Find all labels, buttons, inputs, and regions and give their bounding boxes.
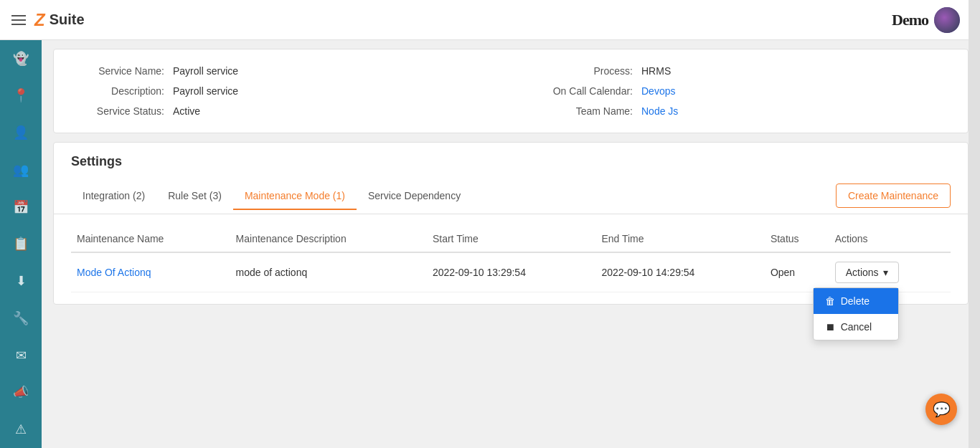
delete-icon: 🗑	[825, 295, 835, 307]
row-end-time: 2022-09-10 14:29:54	[595, 252, 764, 292]
col-header-actions: Actions	[829, 226, 951, 252]
demo-badge: Demo	[892, 11, 928, 29]
settings-header: Settings	[54, 143, 968, 169]
service-name-value: Payroll service	[173, 65, 238, 77]
topbar: Z Suite Demo	[0, 0, 969, 40]
row-status: Open	[765, 252, 829, 292]
scrollbar[interactable]	[969, 0, 980, 448]
col-header-end-time: End Time	[595, 226, 764, 252]
chat-bubble[interactable]: 💬	[925, 394, 957, 425]
col-header-name: Maintenance Name	[71, 226, 230, 252]
cancel-icon: ⏹	[825, 321, 835, 333]
tab-integration[interactable]: Integration (2)	[71, 183, 156, 210]
sidebar-icon-mail[interactable]: ✉	[0, 337, 42, 374]
row-actions: Actions ▾ 🗑 Delete	[829, 252, 951, 292]
maintenance-table-container: Maintenance Name Maintenance Description…	[54, 214, 968, 304]
table-header-row: Maintenance Name Maintenance Description…	[71, 226, 951, 252]
delete-action[interactable]: 🗑 Delete	[814, 288, 898, 314]
sidebar-icon-user[interactable]: 👤	[0, 114, 42, 151]
sidebar-icon-download[interactable]: ⬇	[0, 262, 42, 300]
app-logo: Z Suite	[34, 10, 85, 30]
service-status-field: Service Status: Active	[71, 101, 511, 121]
description-value: Payroll service	[173, 85, 238, 97]
sidebar-icon-warning[interactable]: ⚠	[0, 411, 42, 448]
service-info-right: Process: HRMS On Call Calendar: Devops T…	[511, 61, 951, 121]
service-info-card: Service Name: Payroll service Descriptio…	[53, 49, 969, 133]
col-header-description: Maintenance Description	[230, 226, 427, 252]
actions-menu: 🗑 Delete ⏹ Cancel	[813, 287, 899, 340]
description-label: Description:	[71, 85, 164, 97]
tab-maintenance-mode[interactable]: Maintenance Mode (1)	[233, 183, 357, 210]
tabs-bar: Integration (2) Rule Set (3) Maintenance…	[54, 178, 968, 214]
process-label: Process:	[540, 65, 633, 77]
settings-section: Settings Integration (2) Rule Set (3) Ma…	[53, 142, 969, 305]
on-call-calendar-value[interactable]: Devops	[641, 85, 675, 97]
delete-label: Delete	[841, 295, 870, 307]
chat-icon: 💬	[933, 401, 951, 418]
sidebar-icon-users[interactable]: 👥	[0, 151, 42, 189]
on-call-calendar-label: On Call Calendar:	[540, 85, 633, 97]
team-name-value[interactable]: Node Js	[641, 105, 678, 117]
table-row: Mode Of Actionq mode of actionq 2022-09-…	[71, 252, 951, 292]
team-name-label: Team Name:	[540, 105, 633, 117]
settings-title: Settings	[71, 154, 951, 169]
sidebar: 👻 📍 👤 👥 📅 📋 ⬇ 🔧 ✉ 📣 ⚠	[0, 0, 42, 448]
row-description: mode of actionq	[230, 252, 427, 292]
service-status-label: Service Status:	[71, 105, 164, 117]
logo-z-icon: Z	[34, 10, 45, 30]
service-status-value: Active	[173, 105, 200, 117]
col-header-status: Status	[765, 226, 829, 252]
description-field: Description: Payroll service	[71, 81, 511, 101]
chevron-down-icon: ▾	[883, 267, 888, 278]
sidebar-icon-tools[interactable]: 🔧	[0, 300, 42, 337]
service-info-left: Service Name: Payroll service Descriptio…	[71, 61, 511, 121]
row-name[interactable]: Mode Of Actionq	[71, 252, 230, 292]
content-area: Service Name: Payroll service Descriptio…	[42, 40, 980, 448]
process-value: HRMS	[641, 65, 671, 77]
on-call-calendar-field: On Call Calendar: Devops	[540, 81, 951, 101]
sidebar-icon-clipboard[interactable]: 📋	[0, 225, 42, 262]
sidebar-icon-calendar[interactable]: 📅	[0, 189, 42, 226]
actions-label: Actions	[846, 267, 879, 278]
maintenance-table: Maintenance Name Maintenance Description…	[71, 226, 951, 292]
sidebar-icon-megaphone[interactable]: 📣	[0, 373, 42, 411]
create-maintenance-button[interactable]: Create Maintenance	[836, 184, 951, 208]
service-name-field: Service Name: Payroll service	[71, 61, 511, 81]
col-header-start-time: Start Time	[427, 226, 595, 252]
team-name-field: Team Name: Node Js	[540, 101, 951, 121]
tab-service-dependency[interactable]: Service Dependency	[357, 183, 472, 210]
cancel-action[interactable]: ⏹ Cancel	[814, 314, 898, 340]
actions-button[interactable]: Actions ▾	[835, 262, 899, 283]
actions-dropdown[interactable]: Actions ▾ 🗑 Delete	[835, 262, 899, 283]
main-wrapper: Service Name: Payroll service Descriptio…	[42, 40, 980, 448]
service-name-label: Service Name:	[71, 65, 164, 77]
logo-text: Suite	[50, 11, 85, 28]
sidebar-icon-location[interactable]: 📍	[0, 77, 42, 114]
tab-ruleset[interactable]: Rule Set (3)	[156, 183, 233, 210]
process-field: Process: HRMS	[540, 61, 951, 81]
sidebar-icon-ghost[interactable]: 👻	[0, 40, 42, 77]
row-start-time: 2022-09-10 13:29:54	[427, 252, 595, 292]
hamburger-menu[interactable]	[9, 12, 29, 28]
topbar-right: Demo	[892, 7, 960, 33]
avatar[interactable]	[934, 7, 960, 33]
cancel-label: Cancel	[841, 321, 872, 333]
